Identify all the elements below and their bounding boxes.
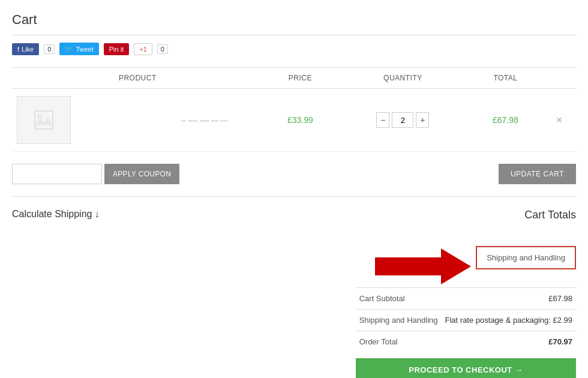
facebook-count: 0 [44,44,55,54]
table-row: -- ---- ---- --- --- £33.99 − + £67.98 [12,89,576,152]
calculate-shipping-section: Calculate Shipping ↓ [12,209,100,220]
title-divider [12,35,576,35]
order-total-row: Order Total £70.97 [356,331,576,353]
product-quantity-cell: − + [337,89,468,152]
remove-cell: × [542,89,576,152]
facebook-icon: f [17,46,19,53]
shipping-highlight-box: Shipping and Handling [476,246,576,269]
quantity-control: − + [342,112,463,128]
svg-marker-1 [375,248,471,284]
gplus-button[interactable]: +1 [134,43,152,55]
product-total: £67.98 [493,115,518,125]
price-header: PRICE [263,68,338,89]
cart-totals-section: Cart Totals Shipping and Handling Cart S… [356,209,576,378]
quantity-increase-button[interactable]: + [416,112,429,128]
remove-header [542,68,576,89]
facebook-like-button[interactable]: f Like [12,43,39,55]
cart-totals-title: Cart Totals [356,209,576,221]
tweet-button[interactable]: 🐦 Tweet [59,43,98,55]
calculate-shipping-title: Calculate Shipping ↓ [12,209,100,220]
twitter-icon: 🐦 [65,45,73,53]
totals-table: Cart Subtotal £67.98 Shipping and Handli… [356,287,576,352]
subtotal-row: Cart Subtotal £67.98 [356,288,576,310]
pinterest-button[interactable]: Pin it [104,43,129,55]
product-thumbnail-cell [12,89,146,152]
cart-actions: APPLY COUPON UPDATE CART [12,164,576,197]
remove-item-button[interactable]: × [556,114,563,127]
product-header: PRODUCT [12,68,263,89]
product-total-cell: £67.98 [469,89,543,152]
quantity-input[interactable] [392,112,413,128]
shipping-row-value: Flat rate postage & packaging: £2.99 [442,310,576,331]
facebook-like-label: Like [22,46,34,53]
gplus-label: +1 [139,46,147,53]
placeholder-image-icon [32,108,56,132]
red-arrow-icon [375,245,471,287]
product-price-cell: £33.99 [263,89,338,152]
shipping-label-text: Shipping and Handling [487,253,565,262]
coupon-input[interactable] [12,164,102,184]
pinterest-label: Pin it [109,46,124,53]
svg-point-0 [37,114,42,119]
total-header: TOTAL [469,68,543,89]
quantity-decrease-button[interactable]: − [376,112,389,128]
cart-table: PRODUCT PRICE QUANTITY TOTAL [12,67,576,152]
tweet-label: Tweet [76,46,93,53]
quantity-header: QUANTITY [337,68,468,89]
proceed-to-checkout-button[interactable]: PROCEED TO CHECKOUT → [356,358,576,378]
coupon-section: APPLY COUPON [12,164,179,184]
product-price: £33.99 [287,115,313,125]
shipping-row-label: Shipping and Handling [356,310,442,331]
red-arrow-annotation [375,245,471,287]
order-total-value: £70.97 [442,331,576,353]
apply-coupon-button[interactable]: APPLY COUPON [104,164,179,184]
gplus-count: 0 [157,44,168,54]
bottom-section: Calculate Shipping ↓ Cart Totals Shippin… [12,209,576,378]
product-name: -- ---- ---- --- --- [181,116,227,125]
update-cart-button[interactable]: UPDATE CART [499,164,576,184]
shipping-row: Shipping and Handling Flat rate postage … [356,310,576,331]
subtotal-value: £67.98 [442,288,576,310]
order-total-label: Order Total [356,331,442,353]
product-name-cell: -- ---- ---- --- --- [146,89,263,152]
product-thumbnail [17,96,71,144]
page-title: Cart [12,12,576,28]
subtotal-label: Cart Subtotal [356,288,442,310]
social-bar: f Like 0 🐦 Tweet Pin it +1 0 [12,43,576,55]
